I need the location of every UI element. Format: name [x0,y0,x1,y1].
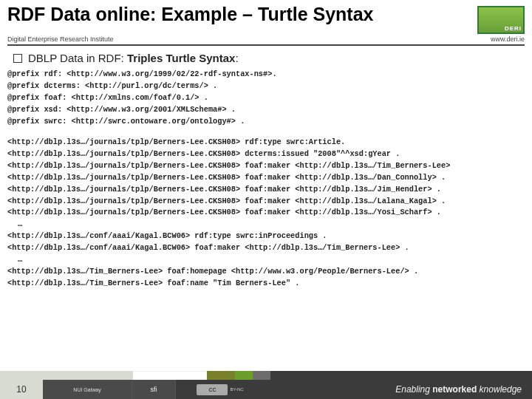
bullet-prefix: DBLP Data in RDF: [28,52,127,64]
site-url: www.deri.ie [491,35,525,43]
tagline-post: knowledge [477,384,522,395]
bullet-icon [13,54,22,63]
ellipsis: … [7,254,525,266]
bullet-text: DBLP Data in RDF: Triples Turtle Syntax: [28,52,239,64]
title-row: RDF Data online: Example – Turtle Syntax… [0,0,532,34]
nui-galway-logo: NUI Galway [43,380,132,399]
triple-line: <http://dblp.l3s…/journals/tplp/Berners-… [7,207,525,219]
triple-line: <http://dblp.l3s…/conf/aaai/Kagal.BCW06>… [7,242,525,254]
subhead: Digital Enterprise Research Institute ww… [0,34,532,43]
cc-sub: BY-NC [230,387,243,392]
page-number: 10 [0,380,43,399]
bullet-suffix: : [235,52,238,64]
deri-logo: DERI [477,6,525,34]
triple-line: <http://dblp.l3s…/journals/tplp/Berners-… [7,160,525,172]
prefix-line: @prefix swrc: <http://swrc.ontoware.org/… [7,116,525,128]
institute-name: Digital Enterprise Research Institute [7,35,114,43]
prefix-line: @prefix rdf: <http://www.w3.org/1999/02/… [7,69,525,81]
sfi-logo: sfi [132,380,176,399]
triple-line: <http://dblp.l3s…/journals/tplp/Berners-… [7,137,525,149]
prefix-line: @prefix dcterms: <http://purl.org/dc/ter… [7,81,525,92]
cc-badge-icon: CC [197,384,228,395]
triple-line: <http://dblp.l3s…/journals/tplp/Berners-… [7,172,525,184]
triple-line: <http://dblp.l3s…/journals/tplp/Berners-… [7,196,525,208]
cc-license: CC BY-NC [176,384,265,395]
triple-line: <http://dblp.l3s…/journals/tplp/Berners-… [7,149,525,160]
slide: RDF Data online: Example – Turtle Syntax… [0,0,532,399]
ellipsis: … [7,219,525,231]
tagline-pre: Enabling [395,384,432,395]
triple-line: <http://dblp.l3s…/Tim_Berners-Lee> foaf:… [7,266,525,278]
code-block: @prefix rdf: <http://www.w3.org/1999/02/… [0,69,532,290]
footer: 10 NUI Galway sfi CC BY-NC Enabling netw… [0,371,532,399]
triple-line: <http://dblp.l3s…/Tim_Berners-Lee> foaf:… [7,278,525,290]
triple-line: <http://dblp.l3s…/conf/aaai/Kagal.BCW06>… [7,231,525,242]
triple-line: <http://dblp.l3s…/journals/tplp/Berners-… [7,184,525,196]
prefix-line: @prefix xsd: <http://www.w3.org/2001/XML… [7,104,525,116]
deri-logo-text: DERI [505,25,522,32]
bullet-row: DBLP Data in RDF: Triples Turtle Syntax: [0,46,532,69]
page-title: RDF Data online: Example – Turtle Syntax [7,4,373,25]
footer-content: 10 NUI Galway sfi CC BY-NC Enabling netw… [0,380,532,399]
tagline-bold: networked [432,384,477,395]
prefix-line: @prefix foaf: <http://xmlns.com/foaf/0.1… [7,92,525,104]
bullet-bold: Triples Turtle Syntax [127,52,235,64]
tagline: Enabling networked knowledge [265,384,532,395]
footer-color-bar [0,371,532,380]
